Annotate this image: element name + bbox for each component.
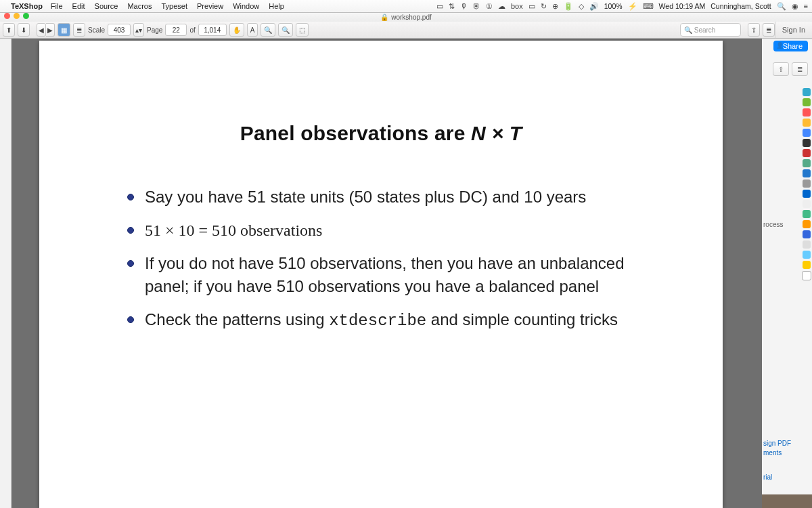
input-icon[interactable]: ⌨ [643,2,654,11]
page-up-button[interactable]: ⬆ [3,23,15,37]
dock-app-icon[interactable] [803,169,811,177]
pdf-toolbar: ⬆ ⬇ ◀ ▶ ▦ ≣ Scale ▴▾ Page of 1,014 ✋ A 🔍… [0,22,812,39]
dock-app-icon[interactable] [803,149,811,157]
dock-app-icon[interactable] [803,190,811,198]
search-icon: 🔍 [684,26,692,34]
box-icon[interactable]: box [511,2,523,10]
zoom-icon[interactable] [23,13,29,19]
page-down-button[interactable]: ⬇ [18,23,30,37]
menu-preview[interactable]: Preview [197,2,223,10]
dock-app-icon[interactable] [803,159,811,167]
list-item: Check the patterns using xtdescribe and … [127,308,662,333]
text-tool-button[interactable]: A [247,23,258,37]
menu-source[interactable]: Source [95,2,118,10]
bg-link[interactable]: rial [763,473,772,481]
scale-label: Scale [88,26,105,34]
timemachine-icon[interactable]: ↻ [541,2,547,11]
dock-app-icon[interactable] [803,261,811,269]
dock-app-icon[interactable] [803,210,811,218]
battery-icon[interactable]: 🔋 [564,2,573,11]
menu-window[interactable]: Window [233,2,259,10]
minimize-icon[interactable] [14,13,20,19]
export-icon[interactable]: ⇪ [773,62,789,76]
bg-link[interactable]: sign PDF [763,440,791,447]
panel-icon[interactable]: ≣ [792,62,808,76]
dock-app-icon[interactable] [803,179,811,188]
menu-macros[interactable]: Macros [127,2,152,10]
window-titlebar: 🔒 workshop.pdf [0,12,812,22]
menu-help[interactable]: Help [269,2,284,10]
share-button[interactable]: ⇪ [748,23,760,37]
dock-app-icon[interactable] [803,119,811,127]
view-mode-button[interactable]: ≣ [763,23,775,37]
split-button[interactable]: ≣ [73,23,85,37]
cloud-icon[interactable]: ☁ [498,2,505,11]
list-item: 51 × 10 = 510 observations [127,219,662,242]
mac-menubar: TeXShop File Edit Source Macros Typeset … [0,0,812,13]
slide-title-math: N × T [471,122,522,144]
volume-icon[interactable]: 🔊 [589,2,599,11]
share-pill[interactable]: Share [773,41,808,51]
dock [801,88,812,447]
hand-tool-button[interactable]: ✋ [229,23,244,37]
lock-icon: 🔒 [380,14,388,21]
display-icon[interactable]: ▭ [528,2,535,11]
page-total: 1,014 [198,24,227,36]
clock-icon[interactable]: ① [486,2,493,11]
list-item: If you do not have 510 observations, the… [127,252,662,299]
menu-edit[interactable]: Edit [72,2,85,10]
close-icon[interactable] [4,13,10,19]
list-item: Say you have 51 state units (50 states p… [127,186,662,209]
dock-app-icon[interactable] [802,271,811,280]
scale-stepper[interactable]: ▴▾ [133,23,144,37]
scale-input[interactable] [108,24,131,36]
select-tool-button[interactable]: ⬚ [296,23,309,37]
dock-app-icon[interactable] [803,108,811,117]
slide-title-text: Panel observations are [240,122,471,144]
menubar-user[interactable]: Cunningham, Scott [710,2,771,10]
dock-app-icon[interactable] [803,129,811,137]
search-placeholder: Search [694,26,716,34]
left-ruler [0,38,12,508]
signin-button[interactable]: Sign In [775,22,812,38]
drawer-button[interactable]: ▦ [58,23,70,37]
bullet-list: Say you have 51 state units (50 states p… [127,186,662,333]
back-button[interactable]: ◀ [37,23,46,37]
dock-app-icon[interactable] [803,251,811,259]
wifi-icon[interactable]: ◇ [579,2,584,11]
dock-app-icon[interactable] [803,240,811,249]
menubar-clock[interactable]: Wed 10:19 AM [659,2,706,10]
bullet-text-pre: Check the patterns using [145,310,329,329]
forward-button[interactable]: ▶ [46,23,55,37]
of-label: of [189,26,195,34]
spotlight-icon[interactable]: 🔍 [777,2,786,11]
notification-icon[interactable]: ≡ [804,2,808,10]
dock-app-icon[interactable] [803,220,811,228]
menu-file[interactable]: File [51,2,63,10]
slide-title: Panel observations are N × T [100,122,662,145]
page-input[interactable] [165,24,187,36]
dock-app-icon[interactable] [803,200,811,208]
bg-link[interactable]: ments [763,449,782,457]
search-input[interactable]: 🔍 Search [680,23,741,37]
menubar-right: ▭ ⇅ 🎙 ⛨ ① ☁ box ▭ ↻ ⊕ 🔋 ◇ 🔊 100% ⚡ ⌨ Wed… [436,2,808,11]
pdf-page: Panel observations are N × T Say you hav… [39,41,723,508]
mic-icon[interactable]: 🎙 [460,2,468,10]
zoom-in-button[interactable]: 🔍 [261,23,275,37]
dock-app-icon[interactable] [803,139,811,147]
page-label: Page [147,26,162,34]
document-viewport[interactable]: Panel observations are N × T Say you hav… [0,38,762,508]
shield-icon[interactable]: ⛨ [473,2,480,10]
bullet-code: xtdescribe [329,312,426,330]
dock-app-icon[interactable] [803,98,811,106]
zoom-out-button[interactable]: 🔍 [278,23,293,37]
dropbox-icon[interactable]: ⇅ [449,2,455,11]
app-name[interactable]: TeXShop [11,2,43,10]
screenshare-icon[interactable]: ▭ [436,2,443,11]
siri-icon[interactable]: ◉ [792,2,798,11]
dock-app-icon[interactable] [803,88,811,96]
airdrop-icon[interactable]: ⊕ [552,2,558,11]
menu-typeset[interactable]: Typeset [161,2,187,10]
charge-icon: ⚡ [628,2,637,11]
dock-app-icon[interactable] [803,230,811,238]
